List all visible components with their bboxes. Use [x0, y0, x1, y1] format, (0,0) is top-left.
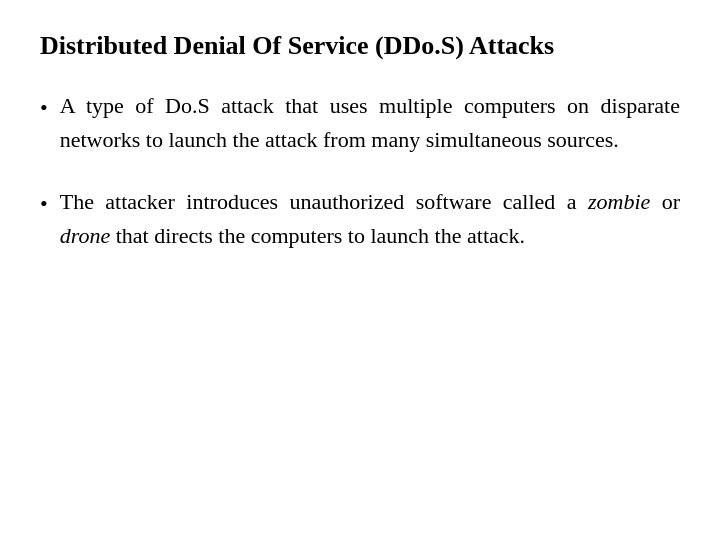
slide-container: Distributed Denial Of Service (DDo.S) At… [0, 0, 720, 540]
bullet2-text-between: or [650, 189, 680, 214]
bullet2-drone: drone [60, 223, 111, 248]
bullet-dot-1: • [40, 91, 48, 124]
bullet-item-2: • The attacker introduces unauthorized s… [40, 185, 680, 253]
bullet2-zombie: zombie [588, 189, 650, 214]
bullet2-text-before-zombie: The attacker introduces unauthorized sof… [60, 189, 588, 214]
slide-title: Distributed Denial Of Service (DDo.S) At… [40, 30, 680, 61]
bullet-section-1: • A type of Do.S attack that uses multip… [40, 89, 680, 157]
bullet-text-1: A type of Do.S attack that uses multiple… [60, 89, 680, 157]
bullet-dot-2: • [40, 187, 48, 220]
bullet2-text-after: that directs the computers to launch the… [110, 223, 525, 248]
bullet-text-2: The attacker introduces unauthorized sof… [60, 185, 680, 253]
bullet-section-2: • The attacker introduces unauthorized s… [40, 185, 680, 253]
bullet-item-1: • A type of Do.S attack that uses multip… [40, 89, 680, 157]
